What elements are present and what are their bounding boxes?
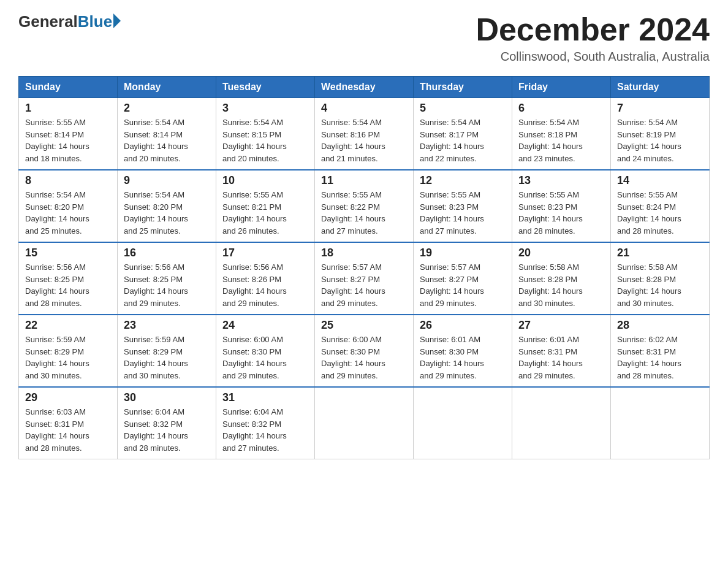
calendar-day-cell <box>315 387 414 459</box>
page-header: General Blue December 2024 Collinswood, … <box>18 12 710 64</box>
calendar-day-cell: 21Sunrise: 5:58 AMSunset: 8:28 PMDayligh… <box>611 242 710 315</box>
calendar-day-cell: 23Sunrise: 5:59 AMSunset: 8:29 PMDayligh… <box>118 315 216 387</box>
logo: General Blue <box>18 12 121 31</box>
day-info: Sunrise: 5:55 AMSunset: 8:23 PMDaylight:… <box>420 189 506 237</box>
day-number: 15 <box>25 247 111 259</box>
day-number: 12 <box>420 174 506 187</box>
day-info: Sunrise: 5:58 AMSunset: 8:28 PMDaylight:… <box>518 261 604 309</box>
calendar-day-cell <box>512 387 611 459</box>
calendar-day-cell: 16Sunrise: 5:56 AMSunset: 8:25 PMDayligh… <box>118 242 216 315</box>
day-number: 20 <box>518 247 604 259</box>
day-number: 26 <box>420 319 506 332</box>
calendar-week-row: 22Sunrise: 5:59 AMSunset: 8:29 PMDayligh… <box>19 315 710 387</box>
day-number: 28 <box>617 319 703 332</box>
day-number: 4 <box>321 102 407 115</box>
logo-blue-part: Blue <box>78 12 121 31</box>
calendar-day-cell: 18Sunrise: 5:57 AMSunset: 8:27 PMDayligh… <box>315 242 414 315</box>
calendar-day-cell: 30Sunrise: 6:04 AMSunset: 8:32 PMDayligh… <box>118 387 216 459</box>
day-number: 18 <box>321 247 407 259</box>
day-info: Sunrise: 6:03 AMSunset: 8:31 PMDaylight:… <box>25 406 111 454</box>
day-number: 2 <box>124 102 210 115</box>
day-info: Sunrise: 6:00 AMSunset: 8:30 PMDaylight:… <box>222 334 308 381</box>
day-info: Sunrise: 5:58 AMSunset: 8:28 PMDaylight:… <box>617 261 703 309</box>
day-number: 24 <box>222 319 308 332</box>
day-number: 8 <box>25 174 111 187</box>
day-info: Sunrise: 5:54 AMSunset: 8:18 PMDaylight:… <box>518 117 604 164</box>
day-info: Sunrise: 5:54 AMSunset: 8:20 PMDaylight:… <box>124 189 210 237</box>
day-info: Sunrise: 5:55 AMSunset: 8:14 PMDaylight:… <box>25 117 111 164</box>
calendar-day-cell: 1Sunrise: 5:55 AMSunset: 8:14 PMDaylight… <box>19 98 118 170</box>
day-number: 13 <box>518 174 604 187</box>
calendar-week-row: 8Sunrise: 5:54 AMSunset: 8:20 PMDaylight… <box>19 170 710 242</box>
calendar-day-cell: 24Sunrise: 6:00 AMSunset: 8:30 PMDayligh… <box>216 315 315 387</box>
day-info: Sunrise: 6:02 AMSunset: 8:31 PMDaylight:… <box>617 334 703 381</box>
day-info: Sunrise: 5:56 AMSunset: 8:25 PMDaylight:… <box>25 261 111 309</box>
title-section: December 2024 Collinswood, South Austral… <box>476 12 710 64</box>
day-info: Sunrise: 5:59 AMSunset: 8:29 PMDaylight:… <box>25 334 111 381</box>
day-number: 5 <box>420 102 506 115</box>
calendar-day-cell: 31Sunrise: 6:04 AMSunset: 8:32 PMDayligh… <box>216 387 315 459</box>
day-info: Sunrise: 5:54 AMSunset: 8:14 PMDaylight:… <box>124 117 210 164</box>
day-number: 9 <box>124 174 210 187</box>
day-info: Sunrise: 5:54 AMSunset: 8:20 PMDaylight:… <box>25 189 111 237</box>
weekday-header-row: SundayMondayTuesdayWednesdayThursdayFrid… <box>19 77 710 98</box>
day-number: 25 <box>321 319 407 332</box>
day-info: Sunrise: 5:54 AMSunset: 8:19 PMDaylight:… <box>617 117 703 164</box>
calendar-day-cell <box>414 387 512 459</box>
day-number: 7 <box>617 102 703 115</box>
calendar-day-cell: 5Sunrise: 5:54 AMSunset: 8:17 PMDaylight… <box>414 98 512 170</box>
day-number: 16 <box>124 247 210 259</box>
day-number: 30 <box>124 391 210 404</box>
day-info: Sunrise: 6:04 AMSunset: 8:32 PMDaylight:… <box>222 406 308 454</box>
calendar-day-cell: 6Sunrise: 5:54 AMSunset: 8:18 PMDaylight… <box>512 98 611 170</box>
calendar-day-cell: 14Sunrise: 5:55 AMSunset: 8:24 PMDayligh… <box>611 170 710 242</box>
logo-general-text: General <box>18 12 78 31</box>
location-subtitle: Collinswood, South Australia, Australia <box>476 50 710 64</box>
calendar-day-cell: 10Sunrise: 5:55 AMSunset: 8:21 PMDayligh… <box>216 170 315 242</box>
calendar-day-cell: 8Sunrise: 5:54 AMSunset: 8:20 PMDaylight… <box>19 170 118 242</box>
day-number: 21 <box>617 247 703 259</box>
day-number: 23 <box>124 319 210 332</box>
weekday-header-friday: Friday <box>512 77 611 98</box>
day-info: Sunrise: 6:01 AMSunset: 8:30 PMDaylight:… <box>420 334 506 381</box>
calendar-day-cell <box>611 387 710 459</box>
day-info: Sunrise: 5:54 AMSunset: 8:16 PMDaylight:… <box>321 117 407 164</box>
calendar-day-cell: 7Sunrise: 5:54 AMSunset: 8:19 PMDaylight… <box>611 98 710 170</box>
calendar-day-cell: 26Sunrise: 6:01 AMSunset: 8:30 PMDayligh… <box>414 315 512 387</box>
logo-blue-text: Blue <box>78 12 112 31</box>
day-info: Sunrise: 5:55 AMSunset: 8:23 PMDaylight:… <box>518 189 604 237</box>
calendar-week-row: 1Sunrise: 5:55 AMSunset: 8:14 PMDaylight… <box>19 98 710 170</box>
weekday-header-wednesday: Wednesday <box>315 77 414 98</box>
day-info: Sunrise: 5:59 AMSunset: 8:29 PMDaylight:… <box>124 334 210 381</box>
weekday-header-saturday: Saturday <box>611 77 710 98</box>
day-info: Sunrise: 5:54 AMSunset: 8:15 PMDaylight:… <box>222 117 308 164</box>
day-info: Sunrise: 5:55 AMSunset: 8:24 PMDaylight:… <box>617 189 703 237</box>
calendar-day-cell: 2Sunrise: 5:54 AMSunset: 8:14 PMDaylight… <box>118 98 216 170</box>
day-number: 22 <box>25 319 111 332</box>
calendar-day-cell: 29Sunrise: 6:03 AMSunset: 8:31 PMDayligh… <box>19 387 118 459</box>
calendar-day-cell: 27Sunrise: 6:01 AMSunset: 8:31 PMDayligh… <box>512 315 611 387</box>
day-number: 1 <box>25 102 111 115</box>
day-number: 17 <box>222 247 308 259</box>
day-info: Sunrise: 5:56 AMSunset: 8:26 PMDaylight:… <box>222 261 308 309</box>
calendar-day-cell: 3Sunrise: 5:54 AMSunset: 8:15 PMDaylight… <box>216 98 315 170</box>
day-number: 27 <box>518 319 604 332</box>
day-number: 3 <box>222 102 308 115</box>
weekday-header-sunday: Sunday <box>19 77 118 98</box>
day-info: Sunrise: 5:55 AMSunset: 8:22 PMDaylight:… <box>321 189 407 237</box>
calendar-day-cell: 22Sunrise: 5:59 AMSunset: 8:29 PMDayligh… <box>19 315 118 387</box>
calendar-day-cell: 13Sunrise: 5:55 AMSunset: 8:23 PMDayligh… <box>512 170 611 242</box>
calendar-table: SundayMondayTuesdayWednesdayThursdayFrid… <box>18 76 710 459</box>
calendar-day-cell: 12Sunrise: 5:55 AMSunset: 8:23 PMDayligh… <box>414 170 512 242</box>
day-number: 19 <box>420 247 506 259</box>
day-info: Sunrise: 6:00 AMSunset: 8:30 PMDaylight:… <box>321 334 407 381</box>
day-info: Sunrise: 5:56 AMSunset: 8:25 PMDaylight:… <box>124 261 210 309</box>
calendar-day-cell: 17Sunrise: 5:56 AMSunset: 8:26 PMDayligh… <box>216 242 315 315</box>
calendar-week-row: 15Sunrise: 5:56 AMSunset: 8:25 PMDayligh… <box>19 242 710 315</box>
weekday-header-tuesday: Tuesday <box>216 77 315 98</box>
day-number: 6 <box>518 102 604 115</box>
calendar-day-cell: 15Sunrise: 5:56 AMSunset: 8:25 PMDayligh… <box>19 242 118 315</box>
logo-triangle-icon <box>113 13 121 28</box>
day-info: Sunrise: 5:57 AMSunset: 8:27 PMDaylight:… <box>321 261 407 309</box>
calendar-day-cell: 19Sunrise: 5:57 AMSunset: 8:27 PMDayligh… <box>414 242 512 315</box>
